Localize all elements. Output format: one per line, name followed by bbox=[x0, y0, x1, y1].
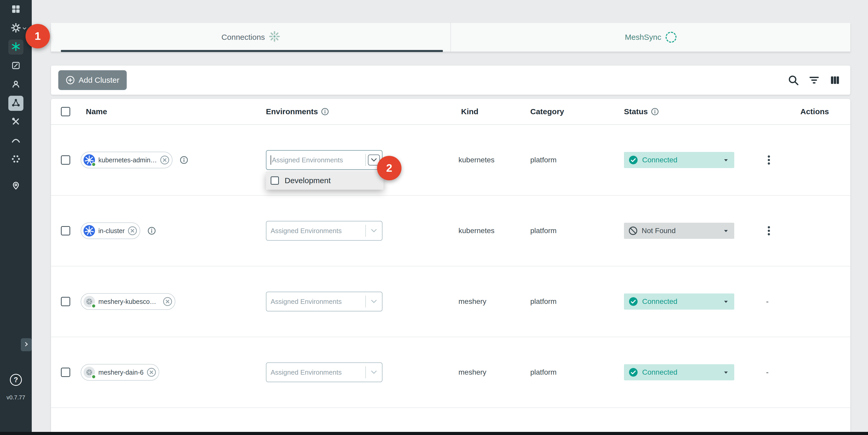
meshsync-spinner-icon bbox=[665, 32, 677, 43]
sidebar-item-dashboard[interactable] bbox=[8, 2, 23, 17]
select-open-button[interactable] bbox=[366, 299, 382, 304]
kubernetes-icon bbox=[83, 154, 95, 166]
info-icon[interactable] bbox=[651, 108, 659, 116]
meshery-icon bbox=[83, 366, 95, 378]
row-checkbox[interactable] bbox=[61, 155, 70, 165]
connection-chip[interactable]: meshery-kubescop… bbox=[81, 293, 175, 310]
kebab-menu-icon[interactable] bbox=[766, 154, 772, 166]
connections-icon bbox=[11, 98, 21, 109]
close-icon[interactable] bbox=[147, 368, 156, 377]
sidebar-item-configuration[interactable] bbox=[8, 58, 23, 73]
header-name: Name bbox=[86, 107, 107, 116]
sidebar-item-location[interactable] bbox=[8, 179, 23, 193]
sidebar-item-settings[interactable] bbox=[8, 21, 23, 36]
category-value: platform bbox=[530, 368, 557, 376]
kanvas-icon bbox=[11, 42, 21, 53]
text-cursor bbox=[271, 155, 271, 165]
kebab-menu-icon[interactable] bbox=[766, 224, 772, 237]
connection-chip[interactable]: kubernetes-admin… bbox=[81, 152, 173, 168]
status-dropdown[interactable]: Not Found bbox=[624, 223, 734, 239]
dashboard-icon bbox=[11, 4, 21, 15]
filter-icon[interactable] bbox=[808, 74, 820, 86]
pin-icon bbox=[11, 181, 21, 191]
chevron-down-icon[interactable] bbox=[22, 27, 27, 31]
environments-dropdown: Development bbox=[266, 172, 383, 190]
search-icon[interactable] bbox=[787, 74, 799, 86]
tools-icon bbox=[11, 117, 21, 127]
info-icon[interactable] bbox=[321, 108, 329, 116]
status-dropdown[interactable]: Connected bbox=[624, 364, 734, 380]
status-dropdown[interactable]: Connected bbox=[624, 152, 734, 168]
status-dropdown[interactable]: Connected bbox=[624, 293, 734, 310]
meshery-icon bbox=[83, 296, 95, 308]
row-checkbox[interactable] bbox=[61, 297, 70, 306]
check-circle-icon bbox=[629, 155, 638, 165]
sidebar-item-users[interactable] bbox=[8, 77, 23, 92]
environments-select[interactable]: Assigned Environments bbox=[266, 221, 382, 241]
category-value: platform bbox=[530, 298, 557, 306]
connections-table: Name Environments Kind Category Status A… bbox=[51, 99, 850, 435]
kind-value: kubernetes bbox=[459, 156, 495, 164]
question-mark-icon: ? bbox=[14, 376, 18, 384]
help-button[interactable]: ? bbox=[10, 374, 22, 386]
status-dot bbox=[91, 162, 96, 167]
tab-meshsync[interactable]: MeshSync bbox=[451, 23, 850, 52]
actions-empty: - bbox=[766, 368, 769, 377]
chevron-right-icon bbox=[23, 341, 29, 348]
environments-select[interactable]: Assigned Environments bbox=[266, 363, 382, 382]
close-icon[interactable] bbox=[160, 155, 169, 165]
annotation-badge-2: 2 bbox=[377, 156, 401, 180]
edit-icon bbox=[11, 61, 21, 71]
header-category: Category bbox=[530, 107, 564, 116]
info-icon[interactable] bbox=[148, 227, 156, 235]
kind-value: kubernetes bbox=[459, 227, 495, 235]
caret-down-icon bbox=[722, 227, 730, 235]
sidebar-item-toolkit[interactable] bbox=[8, 115, 23, 130]
close-icon[interactable] bbox=[128, 226, 137, 236]
not-found-icon bbox=[629, 226, 638, 235]
info-icon[interactable] bbox=[180, 156, 188, 164]
status-dot bbox=[91, 374, 96, 379]
sidebar-item-kanvas[interactable] bbox=[8, 39, 23, 55]
tab-connections[interactable]: Connections bbox=[51, 23, 451, 52]
select-all-checkbox[interactable] bbox=[61, 107, 70, 116]
tab-connections-label: Connections bbox=[221, 33, 265, 42]
sidebar-item-extensions[interactable] bbox=[8, 152, 23, 167]
header-actions: Actions bbox=[800, 107, 829, 116]
close-icon[interactable] bbox=[163, 297, 172, 306]
connection-chip[interactable]: in-cluster bbox=[81, 222, 140, 239]
check-circle-icon bbox=[629, 368, 638, 377]
version-label: v0.7.77 bbox=[0, 394, 32, 401]
sidebar: ? v0.7.77 bbox=[0, 0, 32, 435]
sidebar-expand-button[interactable] bbox=[21, 338, 32, 351]
category-value: platform bbox=[530, 156, 557, 164]
select-open-button[interactable] bbox=[366, 228, 382, 233]
table-header: Name Environments Kind Category Status A… bbox=[51, 99, 850, 125]
environments-select[interactable]: Assigned Environments bbox=[266, 292, 382, 311]
connection-chip[interactable]: meshery-dain-6 bbox=[81, 364, 159, 381]
add-cluster-button[interactable]: Add Cluster bbox=[58, 70, 127, 90]
table-toolbar: Add Cluster bbox=[51, 66, 850, 95]
caret-down-icon bbox=[722, 156, 730, 164]
header-kind: Kind bbox=[461, 107, 478, 116]
select-open-button[interactable] bbox=[366, 370, 382, 375]
sidebar-item-performance[interactable] bbox=[8, 133, 23, 148]
performance-curve-icon bbox=[11, 135, 21, 146]
check-circle-icon bbox=[629, 297, 638, 306]
kubernetes-icon bbox=[83, 225, 95, 237]
table-row: kubernetes-admin… Assigned Environments bbox=[51, 125, 850, 196]
view-columns-icon[interactable] bbox=[829, 74, 841, 86]
header-environments: Environments bbox=[266, 107, 318, 116]
status-dot bbox=[91, 304, 96, 308]
table-row: meshery-dain-6 Assigned Environments mes… bbox=[51, 337, 850, 408]
row-checkbox[interactable] bbox=[61, 368, 70, 377]
environments-select[interactable]: Assigned Environments bbox=[266, 150, 382, 170]
sidebar-item-connections[interactable] bbox=[8, 96, 23, 111]
row-checkbox[interactable] bbox=[61, 226, 70, 236]
gear-icon bbox=[11, 23, 21, 34]
annotation-badge-1: 1 bbox=[26, 24, 50, 49]
actions-empty: - bbox=[766, 297, 769, 306]
option-checkbox[interactable] bbox=[271, 177, 279, 185]
extensions-icon bbox=[11, 154, 21, 165]
environment-option-development[interactable]: Development bbox=[266, 172, 383, 190]
